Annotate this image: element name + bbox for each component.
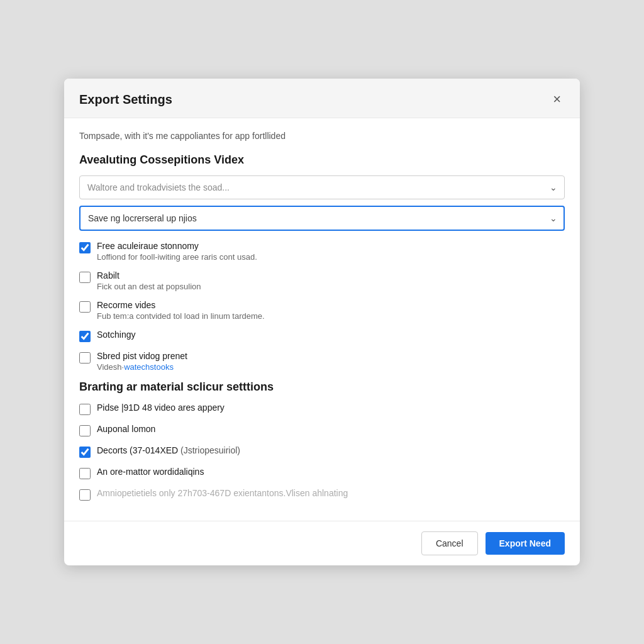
checkbox-label-sbred-pist[interactable]: Sbred pist vidog prenet Videsh·watechsto… — [97, 351, 187, 372]
checkbox-label-sotchingy[interactable]: Sotchingy — [97, 330, 135, 340]
cancel-button[interactable]: Cancel — [421, 531, 478, 555]
sbred-link[interactable]: watechstooks — [124, 362, 174, 372]
checkbox-pidse[interactable] — [79, 404, 91, 415]
dialog-body: Tompsade, with it's me cappoliantes for … — [64, 118, 580, 514]
dialog-subtitle: Tompsade, with it's me cappoliantes for … — [79, 131, 565, 141]
dialog-footer: Cancel Export Need — [64, 521, 580, 565]
list-item: Amniopetietiels only 27h703-467D exienta… — [79, 488, 565, 501]
dropdown1-wrapper: Waltore and trokadvisiets the soad... ⌄ — [79, 175, 565, 199]
checkbox-rabilt[interactable] — [79, 272, 91, 283]
checkbox-sotchingy[interactable] — [79, 331, 91, 342]
checkbox-label-pidse[interactable]: Pidse |91D 48 video ares appery — [97, 402, 225, 413]
list-item: Decorts (37-014XED (Jstriopesuiriol) — [79, 445, 565, 458]
checkbox-label-recorme-vides[interactable]: Recorme vides Fub tem:a contvided tol lo… — [97, 300, 265, 321]
dialog-overlay: Export Settings × Tompsade, with it's me… — [64, 79, 580, 565]
dropdown2-select[interactable]: Save ng locrerseral up njios — [79, 206, 565, 231]
checkbox-sub-text: Fick out an dest at popsulion — [97, 282, 201, 291]
checkbox-sub-text: Loffiond for fooll-iwiting aree raris co… — [97, 252, 257, 262]
dropdown2-wrapper: Save ng locrerseral up njios ⌄ — [79, 206, 565, 231]
list-item: Pidse |91D 48 video ares appery — [79, 402, 565, 415]
checkbox-auponal-lomon[interactable] — [79, 425, 91, 436]
checkbox-label-rabilt[interactable]: Rabilt Fick out an dest at popsulion — [97, 270, 201, 291]
section1: Avealuting Cossepitions Videx Waltore an… — [79, 153, 565, 372]
dialog-header: Export Settings × — [64, 79, 580, 118]
export-need-button[interactable]: Export Need — [486, 532, 565, 555]
checkbox-main-text: Free aculeiraue stonnomy — [97, 241, 257, 251]
checkbox-main-text: Decorts (37-014XED (Jstriopesuiriol) — [97, 445, 240, 455]
checkbox-an-ore-mattor[interactable] — [79, 468, 91, 479]
list-item: An ore-mattor wordidaliqins — [79, 467, 565, 479]
checkbox-main-text: Pidse |91D 48 video ares appery — [97, 402, 225, 413]
section1-checkboxes: Free aculeiraue stonnomy Loffiond for fo… — [79, 241, 565, 372]
list-item: Auponal lomon — [79, 424, 565, 436]
close-button[interactable]: × — [549, 91, 565, 108]
list-item: Sotchingy — [79, 330, 565, 342]
section1-title: Avealuting Cossepitions Videx — [79, 153, 565, 167]
list-item: Sbred pist vidog prenet Videsh·watechsto… — [79, 351, 565, 372]
checkbox-main-text: Recorme vides — [97, 300, 265, 310]
dropdown1-select[interactable]: Waltore and trokadvisiets the soad... — [79, 175, 565, 199]
checkbox-decorts[interactable] — [79, 447, 91, 458]
checkbox-sub-text: Videsh·watechstooks — [97, 362, 187, 372]
checkbox-amniopetietiels[interactable] — [79, 489, 91, 501]
section2-title: Brarting ar material sclicur setttions — [79, 380, 565, 394]
checkbox-main-text: Sbred pist vidog prenet — [97, 351, 187, 361]
list-item: Rabilt Fick out an dest at popsulion — [79, 270, 565, 291]
checkbox-label-auponal[interactable]: Auponal lomon — [97, 424, 155, 434]
checkbox-main-text: Auponal lomon — [97, 424, 155, 434]
checkbox-main-text: Amniopetietiels only 27h703-467D exienta… — [97, 488, 348, 498]
checkbox-label-free-aculeiraue[interactable]: Free aculeiraue stonnomy Loffiond for fo… — [97, 241, 257, 262]
section2: Brarting ar material sclicur setttions P… — [79, 380, 565, 501]
export-settings-dialog: Export Settings × Tompsade, with it's me… — [64, 79, 580, 565]
checkbox-main-text: Rabilt — [97, 270, 201, 280]
checkbox-label-decorts[interactable]: Decorts (37-014XED (Jstriopesuiriol) — [97, 445, 240, 455]
checkbox-main-text: Sotchingy — [97, 330, 135, 340]
checkbox-label-amniopetietiels[interactable]: Amniopetietiels only 27h703-467D exienta… — [97, 488, 348, 498]
list-item: Recorme vides Fub tem:a contvided tol lo… — [79, 300, 565, 321]
checkbox-sub-text: Fub tem:a contvided tol load in linum ta… — [97, 311, 265, 321]
checkbox-free-aculeiraue[interactable] — [79, 242, 91, 253]
checkbox-sbred-pist[interactable] — [79, 352, 91, 364]
checkbox-recorme-vides[interactable] — [79, 301, 91, 313]
checkbox-main-text: An ore-mattor wordidaliqins — [97, 467, 204, 477]
dialog-title: Export Settings — [79, 92, 172, 107]
checkbox-label-an-ore[interactable]: An ore-mattor wordidaliqins — [97, 467, 204, 477]
list-item: Free aculeiraue stonnomy Loffiond for fo… — [79, 241, 565, 262]
